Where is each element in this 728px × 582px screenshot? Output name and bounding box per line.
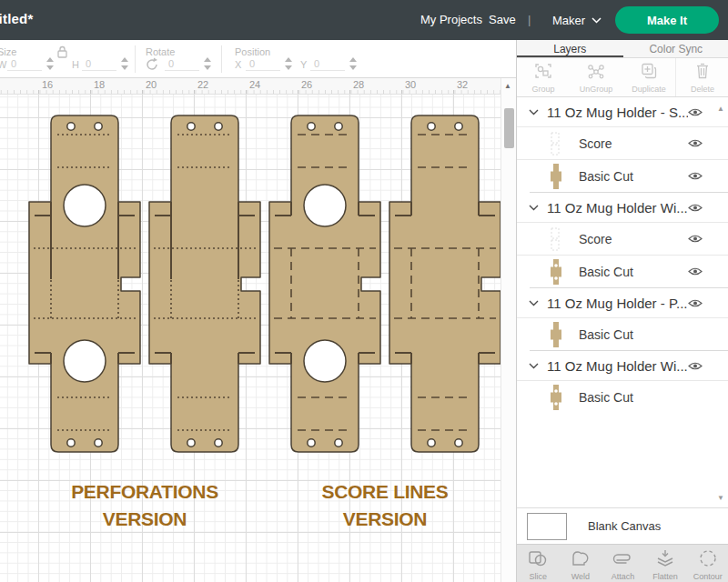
chevron-down-icon[interactable] (529, 205, 539, 211)
width-stepper[interactable]: 0 (7, 55, 55, 72)
mug-holder-score-no-holes[interactable] (389, 115, 500, 452)
list-scroll-down-icon[interactable]: ▼ (717, 494, 724, 502)
layer-row[interactable]: Basic Cut (517, 380, 728, 413)
cut-layer-thumbnail (549, 385, 563, 410)
group-button[interactable]: Group (517, 58, 570, 96)
visibility-eye-icon[interactable] (688, 171, 703, 181)
mug-holder-perforations-with-holes[interactable] (29, 115, 140, 452)
design-canvas[interactable]: 161820222426283032 PERFORATIONSVERSIONSC… (0, 78, 516, 582)
stepper-arrows-icon[interactable] (121, 56, 129, 71)
edit-toolbar: Size W 0 H 0 Rotate 0 Position X 0 Y 0 (0, 40, 516, 78)
layer-group-name: 11 Oz Mug Holder Wi... (547, 200, 688, 216)
layer-group-row[interactable]: 11 Oz Mug Holder - S... (517, 97, 728, 126)
slice-icon (526, 556, 550, 571)
weld-button[interactable]: Weld (560, 545, 602, 582)
blank-canvas-row[interactable]: Blank Canvas (517, 507, 728, 544)
rotate-stepper[interactable]: 0 (165, 55, 212, 72)
layer-row[interactable]: Basic Cut (517, 317, 728, 350)
x-label: X (235, 59, 241, 70)
toolbar-divider (135, 45, 136, 73)
group-icon (533, 67, 553, 83)
stepper-arrows-icon[interactable] (204, 56, 212, 71)
slice-button[interactable]: Slice (517, 545, 560, 582)
ungroup-button[interactable]: UnGroup (570, 58, 622, 96)
layer-type-label: Score (579, 232, 688, 246)
scrollbar-thumb[interactable] (504, 108, 514, 148)
layer-row[interactable]: Score (517, 222, 728, 255)
visibility-eye-icon[interactable] (688, 138, 703, 148)
canvas-scrollbar[interactable]: ▲ (500, 78, 516, 582)
layer-group-row[interactable]: 11 Oz Mug Holder Wi... (517, 351, 728, 380)
visibility-eye-icon[interactable] (688, 203, 703, 213)
tab-layers[interactable]: Layers (517, 40, 623, 57)
visibility-eye-icon[interactable] (688, 234, 703, 244)
stepper-arrows-icon[interactable] (46, 56, 55, 71)
flatten-icon (653, 556, 677, 571)
visibility-eye-icon[interactable] (688, 361, 703, 371)
save-link[interactable]: Save (489, 13, 516, 26)
layer-row[interactable]: Basic Cut (517, 159, 728, 192)
chevron-down-icon[interactable] (529, 300, 539, 306)
layer-type-label: Basic Cut (579, 265, 688, 279)
y-label: Y (300, 59, 307, 70)
layer-group-row[interactable]: 11 Oz Mug Holder - P... (517, 288, 728, 317)
chevron-down-icon[interactable] (529, 109, 539, 115)
toolbar-divider (221, 45, 222, 73)
mug-holder-perforations-no-holes[interactable] (149, 115, 260, 452)
height-label: H (72, 59, 79, 70)
attach-icon (610, 556, 635, 571)
ungroup-icon (586, 67, 606, 83)
contour-button[interactable]: Contour (686, 545, 728, 582)
stepper-arrows-icon[interactable] (285, 56, 293, 71)
score-layer-thumbnail (549, 131, 563, 156)
position-x-stepper[interactable]: 0 (246, 55, 293, 72)
cut-layer-thumbnail (549, 259, 563, 285)
layer-type-label: Basic Cut (579, 169, 688, 184)
my-projects-link[interactable]: My Projects (420, 13, 482, 26)
layer-group-name: 11 Oz Mug Holder - S... (547, 105, 688, 120)
make-it-button[interactable]: Make It (615, 6, 719, 34)
visibility-eye-icon[interactable] (688, 298, 703, 308)
tab-color-sync[interactable]: Color Sync (623, 40, 728, 57)
duplicate-icon (639, 67, 659, 83)
flatten-button[interactable]: Flatten (644, 545, 687, 582)
menu-separator: | (528, 13, 531, 26)
mug-holder-score-with-holes[interactable] (269, 115, 380, 452)
machine-select[interactable]: Maker (552, 13, 602, 27)
delete-icon (693, 67, 713, 83)
lock-icon[interactable] (56, 45, 68, 62)
stepper-arrows-icon[interactable] (349, 56, 358, 71)
panel-tabs: Layers Color Sync (517, 40, 728, 58)
layer-type-label: Basic Cut (579, 390, 688, 405)
layers-list: ▲ ▼ 11 Oz Mug Holder - S...ScoreBasic Cu… (517, 97, 728, 507)
canvas-color-swatch[interactable] (527, 513, 567, 540)
layer-row[interactable]: Basic Cut (517, 255, 728, 287)
canvas-text-label[interactable]: PERFORATIONSVERSION (35, 478, 254, 533)
chevron-down-icon (592, 13, 602, 26)
cut-layer-thumbnail (549, 164, 563, 189)
attach-button[interactable]: Attach (602, 545, 644, 582)
contour-icon (696, 556, 720, 571)
chevron-down-icon[interactable] (529, 363, 539, 369)
layer-group-row[interactable]: 11 Oz Mug Holder Wi... (517, 193, 728, 222)
layer-actions: GroupUnGroupDuplicateDelete (517, 58, 728, 97)
delete-button[interactable]: Delete (675, 58, 728, 96)
layer-group-name: 11 Oz Mug Holder Wi... (547, 358, 688, 374)
visibility-eye-icon[interactable] (688, 266, 703, 276)
height-stepper[interactable]: 0 (82, 55, 129, 72)
width-label: W (0, 59, 6, 70)
scroll-up-icon[interactable]: ▲ (504, 82, 511, 90)
position-y-stepper[interactable]: 0 (310, 55, 358, 72)
duplicate-button[interactable]: Duplicate (622, 58, 675, 96)
layer-type-label: Basic Cut (579, 327, 688, 342)
rotate-icon[interactable] (145, 57, 159, 75)
weld-icon (569, 556, 592, 571)
layer-group-name: 11 Oz Mug Holder - P... (547, 296, 688, 311)
score-layer-thumbnail (549, 226, 563, 252)
canvas-text-label[interactable]: SCORE LINESVERSION (276, 478, 494, 533)
combine-toolbar: SliceWeldAttachFlattenContour (517, 544, 728, 582)
document-title[interactable]: Untitled* (0, 11, 64, 31)
visibility-eye-icon[interactable] (688, 107, 703, 117)
title-bar: Untitled* My Projects Save | Maker Make … (0, 0, 728, 40)
layer-row[interactable]: Score (517, 126, 728, 159)
